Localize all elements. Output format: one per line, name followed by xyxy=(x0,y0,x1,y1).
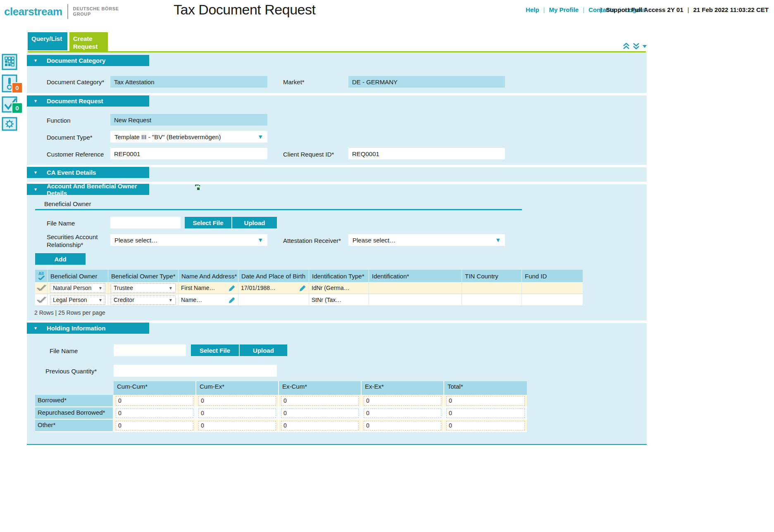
other-total-input[interactable] xyxy=(446,421,525,430)
section-title: Document Request xyxy=(47,97,103,104)
repurchased-ex-ex-input[interactable] xyxy=(364,408,441,418)
table-cell-fund-id xyxy=(522,294,583,306)
matrix-cell xyxy=(362,395,444,407)
borrowed-cum-ex-input[interactable] xyxy=(198,396,276,406)
table-cell-birth: 17/01/1988… xyxy=(238,282,309,294)
attestation-receiver-selected-value: Please select… xyxy=(352,237,395,244)
session-timestamp: 21 Feb 2022 11:03:22 CET xyxy=(693,6,769,13)
repurchased-cum-ex-input[interactable] xyxy=(198,408,276,418)
row-select-checkbox[interactable] xyxy=(35,294,48,306)
grid-menu-icon[interactable] xyxy=(2,54,17,70)
matrix-column-header: Cum-Cum* xyxy=(114,381,196,395)
tab-create-label-line2: Request xyxy=(73,43,98,50)
customer-reference-input[interactable] xyxy=(110,148,267,159)
other-ex-ex-input[interactable] xyxy=(364,421,441,430)
beneficial-owner-select[interactable]: Natural Person ▼ xyxy=(50,283,105,293)
my-profile-link[interactable]: My Profile xyxy=(549,6,579,13)
table-cell-id-type: StNr (Tax… xyxy=(309,294,369,306)
bo-file-name-input[interactable] xyxy=(110,217,181,228)
clearstream-logo: clearstream DEUTSCHE BÖRSE GROUP xyxy=(4,4,119,19)
attestation-receiver-select[interactable]: Please select… ▼ xyxy=(348,234,505,246)
page: clearstream DEUTSCHE BÖRSE GROUP Tax Doc… xyxy=(0,0,774,532)
owner-type-select[interactable]: Creditor ▼ xyxy=(111,295,176,305)
id-type-value: StNr (Tax… xyxy=(312,297,341,303)
menu-dropdown-icon[interactable] xyxy=(642,44,647,48)
other-cum-ex-input[interactable] xyxy=(198,421,276,430)
owner-type-select[interactable]: Trustee ▼ xyxy=(111,283,176,293)
holding-file-name-input[interactable] xyxy=(114,344,186,356)
bo-upload-button[interactable]: Upload xyxy=(232,217,277,228)
section-account-beneficial-owner[interactable]: ▼ Account And Beneficial Owner Details xyxy=(27,184,149,195)
beneficial-owner-select[interactable]: Legal Person ▼ xyxy=(50,295,105,305)
holding-select-file-button[interactable]: Select File xyxy=(191,344,239,356)
select-all-checkbox[interactable]: All xyxy=(35,270,48,282)
tab-query-list[interactable]: Query/List xyxy=(28,32,67,50)
table-cell-owner-type: Creditor ▼ xyxy=(108,294,179,306)
bo-select-file-button[interactable]: Select File xyxy=(185,217,231,228)
selected-value: Creditor xyxy=(114,297,134,303)
table-cell-identification xyxy=(369,294,462,306)
tab-create-request[interactable]: Create Request xyxy=(69,32,108,52)
section-title: Document Category xyxy=(47,57,106,64)
section-ca-event-details[interactable]: ▼ CA Event Details xyxy=(27,167,149,178)
document-category-label: Document Category* xyxy=(47,78,104,86)
section-document-category[interactable]: ▼ Document Category xyxy=(27,55,149,66)
bo-file-name-label: File Name xyxy=(47,220,75,227)
table-cell-name-address: Name… xyxy=(179,294,238,306)
edit-pencil-icon[interactable] xyxy=(229,297,236,304)
holding-upload-button[interactable]: Upload xyxy=(240,344,287,356)
repurchased-total-input[interactable] xyxy=(446,408,525,418)
borrowed-cum-cum-input[interactable] xyxy=(116,396,193,406)
customer-reference-label: Customer Reference xyxy=(47,151,104,158)
collapse-all-icon[interactable] xyxy=(622,42,630,50)
borrowed-ex-cum-input[interactable] xyxy=(281,396,359,406)
edit-pencil-icon[interactable] xyxy=(299,285,306,292)
securities-account-relationship-select[interactable]: Please select… ▼ xyxy=(110,234,267,246)
page-title: Tax Document Request xyxy=(174,2,315,18)
chevron-down-icon: ▼ xyxy=(257,237,263,243)
borrowed-ex-ex-input[interactable] xyxy=(364,396,441,406)
selected-value: Natural Person xyxy=(53,285,91,291)
session-separator: | xyxy=(687,6,689,13)
brand-group-line1: DEUTSCHE BÖRSE xyxy=(73,6,119,11)
matrix-cell xyxy=(279,407,362,420)
matrix-column-header: Ex-Ex* xyxy=(362,381,444,395)
section-collapse-controls xyxy=(622,42,647,50)
session-user: Support Full Access 2Y 01 xyxy=(606,6,684,13)
column-header: Identification Type* xyxy=(309,270,369,282)
matrix-cell xyxy=(196,395,279,407)
table-cell-name-address: First Name… xyxy=(179,282,238,294)
matrix-cell xyxy=(279,395,362,407)
repurchased-cum-cum-input[interactable] xyxy=(116,408,193,418)
edit-pencil-icon[interactable] xyxy=(229,285,236,292)
settings-gear-icon[interactable] xyxy=(2,117,17,131)
matrix-row-label: Borrowed* xyxy=(35,395,114,407)
market-value: DE - GERMANY xyxy=(348,76,505,88)
selected-value: Legal Person xyxy=(53,297,87,303)
column-header: Date And Place of Birth xyxy=(238,270,309,282)
section-title: Holding Information xyxy=(47,325,105,332)
tasks-count-badge[interactable]: 0 xyxy=(12,102,23,114)
other-cum-cum-input[interactable] xyxy=(116,421,193,430)
previous-quantity-input[interactable] xyxy=(114,365,277,377)
nav-separator: | xyxy=(583,6,584,13)
paste-cursor-icon xyxy=(195,185,200,190)
row-select-checkbox[interactable] xyxy=(35,282,48,294)
document-category-value: Tax Attestation xyxy=(110,76,267,88)
repurchased-ex-cum-input[interactable] xyxy=(281,408,359,418)
client-request-id-input[interactable] xyxy=(348,148,505,159)
alerts-count-badge[interactable]: 0 xyxy=(12,82,23,93)
client-request-id-label: Client Request ID* xyxy=(283,151,334,158)
other-ex-cum-input[interactable] xyxy=(281,421,359,430)
add-beneficial-owner-button[interactable]: Add xyxy=(35,253,86,265)
birth-value: 17/01/1988… xyxy=(241,285,276,291)
name-address-value: Name… xyxy=(181,297,202,303)
name-address-value: First Name… xyxy=(181,285,215,291)
expand-all-icon[interactable] xyxy=(632,42,640,50)
borrowed-total-input[interactable] xyxy=(446,396,525,406)
section-document-request[interactable]: ▼ Document Request xyxy=(27,95,149,107)
help-link[interactable]: Help xyxy=(526,6,539,13)
document-type-select[interactable]: Template III - "BV" (Betriebsvermögen) ▼ xyxy=(110,131,267,142)
section-holding-information[interactable]: ▼ Holding Information xyxy=(27,323,149,334)
id-type-value: IdNr (Germa… xyxy=(312,285,350,291)
